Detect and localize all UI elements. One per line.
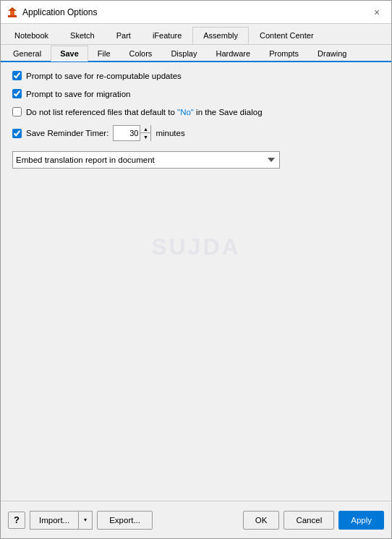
- content-area: Prompt to save for re-computable updates…: [1, 62, 391, 501]
- no-list-referenced-label: Do not list referenced files that defaul…: [26, 108, 263, 116]
- export-button[interactable]: Export...: [97, 511, 153, 530]
- tab-part[interactable]: Part: [106, 27, 142, 44]
- title-bar: Application Options ×: [1, 1, 391, 24]
- tab-drawing[interactable]: Drawing: [308, 46, 356, 61]
- tabs-row1: Notebook Sketch Part iFeature Assembly C…: [1, 24, 391, 45]
- spin-up-button[interactable]: ▲: [140, 125, 150, 133]
- bottom-bar: ? Import... ▾ Export... OK Cancel Apply: [1, 501, 391, 538]
- tab-file[interactable]: File: [88, 46, 120, 61]
- apply-button[interactable]: Apply: [338, 511, 384, 530]
- ok-button[interactable]: OK: [243, 511, 280, 530]
- minutes-label: minutes: [155, 129, 184, 137]
- app-icon: [7, 7, 18, 18]
- reminder-row: Save Reminder Timer: ▲ ▼ minutes: [12, 125, 380, 141]
- tab-display[interactable]: Display: [161, 46, 206, 61]
- tab-ifeature[interactable]: iFeature: [142, 27, 192, 44]
- embed-translation-select[interactable]: Embed translation report in document Do …: [12, 151, 280, 169]
- save-reminder-label: Save Reminder Timer:: [26, 129, 108, 137]
- prompt-recomputable-label: Prompt to save for re-computable updates: [26, 72, 182, 80]
- no-text-blue: "No": [177, 108, 194, 116]
- spinner-buttons: ▲ ▼: [140, 125, 150, 141]
- tab-notebook[interactable]: Notebook: [4, 27, 59, 44]
- tabs-row2: General Save File Colors Display Hardwar…: [1, 45, 391, 62]
- tab-sketch[interactable]: Sketch: [59, 27, 106, 44]
- watermark: SUJDA: [151, 233, 240, 260]
- prompt-migration-checkbox[interactable]: [12, 89, 22, 98]
- prompt-recomputable-checkbox[interactable]: [12, 71, 22, 80]
- application-options-dialog: Application Options × Notebook Sketch Pa…: [0, 0, 392, 539]
- svg-marker-2: [8, 7, 17, 11]
- import-button[interactable]: Import...: [30, 512, 79, 529]
- checkbox-row-migration: Prompt to save for migration: [12, 89, 380, 98]
- import-wrapper: Import... ▾: [30, 511, 93, 530]
- prompt-migration-label: Prompt to save for migration: [26, 90, 130, 98]
- tab-assembly[interactable]: Assembly: [192, 27, 249, 44]
- spin-down-button[interactable]: ▼: [140, 133, 150, 141]
- svg-rect-0: [8, 15, 17, 17]
- cancel-button[interactable]: Cancel: [284, 511, 334, 530]
- tab-content-center[interactable]: Content Center: [249, 27, 325, 44]
- help-button[interactable]: ?: [8, 512, 25, 529]
- dialog-title: Application Options: [22, 7, 97, 17]
- title-bar-left: Application Options: [7, 7, 97, 18]
- tab-prompts[interactable]: Prompts: [260, 46, 308, 61]
- minutes-input[interactable]: [114, 126, 140, 140]
- checkbox-row-no-list: Do not list referenced files that defaul…: [12, 107, 380, 116]
- tab-colors[interactable]: Colors: [120, 46, 162, 61]
- embed-dropdown-row: Embed translation report in document Do …: [12, 151, 380, 169]
- content-panel: Prompt to save for re-computable updates…: [1, 62, 391, 186]
- save-reminder-checkbox[interactable]: [12, 129, 22, 138]
- import-dropdown-button[interactable]: ▾: [79, 512, 92, 529]
- no-list-referenced-checkbox[interactable]: [12, 107, 22, 116]
- tab-hardware[interactable]: Hardware: [206, 46, 260, 61]
- tab-general[interactable]: General: [4, 46, 51, 61]
- checkbox-row-recomputable: Prompt to save for re-computable updates: [12, 71, 380, 80]
- minutes-spinner[interactable]: ▲ ▼: [113, 125, 151, 141]
- tab-save[interactable]: Save: [51, 46, 88, 61]
- close-button[interactable]: ×: [368, 4, 385, 21]
